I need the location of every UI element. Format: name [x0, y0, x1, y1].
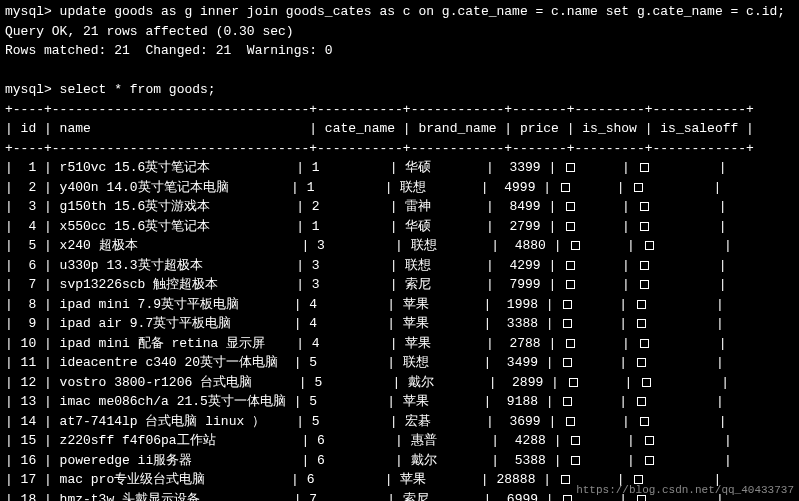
table-row: | 15 | z220sff f4f06pa工作站 | 6 | 惠普 | 428…	[5, 431, 794, 451]
checkbox-icon	[640, 202, 649, 211]
row-text: | 18 | hmz-t3w 头戴显示设备 | 7 | 索尼 | 6999 |	[5, 490, 561, 502]
row-text: | 6 | u330p 13.3英寸超极本 | 3 | 联想 | 4299 |	[5, 256, 564, 276]
table-row: | 14 | at7-7414lp 台式电脑 linux ） | 5 | 宏碁 …	[5, 412, 794, 432]
rows-matched-result: Rows matched: 21 Changed: 21 Warnings: 0	[5, 41, 794, 61]
checkbox-icon	[637, 397, 646, 406]
checkbox-icon	[571, 456, 580, 465]
checkbox-icon	[637, 358, 646, 367]
table-row: | 9 | ipad air 9.7英寸平板电脑 | 4 | 苹果 | 3388…	[5, 314, 794, 334]
table-row: | 1 | r510vc 15.6英寸笔记本 | 1 | 华硕 | 3399 |…	[5, 158, 794, 178]
checkbox-icon	[566, 202, 575, 211]
row-text: | 12 | vostro 3800-r1206 台式电脑 | 5 | 戴尔 |…	[5, 373, 567, 393]
watermark-url: https://blog.csdn.net/qq_40433737	[576, 482, 794, 499]
checkbox-icon	[563, 358, 572, 367]
table-header-row: | id | name | cate_name | brand_name | p…	[5, 119, 794, 139]
checkbox-icon	[634, 183, 643, 192]
checkbox-icon	[645, 241, 654, 250]
row-text: | 14 | at7-7414lp 台式电脑 linux ） | 5 | 宏碁 …	[5, 412, 564, 432]
checkbox-icon	[561, 475, 570, 484]
checkbox-icon	[566, 261, 575, 270]
checkbox-icon	[566, 280, 575, 289]
checkbox-icon	[640, 163, 649, 172]
checkbox-icon	[637, 300, 646, 309]
checkbox-icon	[566, 417, 575, 426]
checkbox-icon	[561, 183, 570, 192]
table-row: | 6 | u330p 13.3英寸超极本 | 3 | 联想 | 4299 | …	[5, 256, 794, 276]
table-row: | 7 | svp13226scb 触控超极本 | 3 | 索尼 | 7999 …	[5, 275, 794, 295]
row-text: | 1 | r510vc 15.6英寸笔记本 | 1 | 华硕 | 3399 |	[5, 158, 564, 178]
row-text: | 7 | svp13226scb 触控超极本 | 3 | 索尼 | 7999 …	[5, 275, 564, 295]
checkbox-icon	[563, 300, 572, 309]
checkbox-icon	[642, 378, 651, 387]
table-row: | 4 | x550cc 15.6英寸笔记本 | 1 | 华硕 | 2799 |…	[5, 217, 794, 237]
table-row: | 13 | imac me086ch/a 21.5英寸一体电脑 | 5 | 苹…	[5, 392, 794, 412]
table-top-border: +----+---------------------------------+…	[5, 100, 794, 120]
row-text: | 2 | y400n 14.0英寸笔记本电脑 | 1 | 联想 | 4999 …	[5, 178, 559, 198]
sql-select-command: mysql> select * from goods;	[5, 80, 794, 100]
checkbox-icon	[645, 436, 654, 445]
query-ok-result: Query OK, 21 rows affected (0.30 sec)	[5, 22, 794, 42]
checkbox-icon	[566, 222, 575, 231]
checkbox-icon	[640, 261, 649, 270]
table-row: | 2 | y400n 14.0英寸笔记本电脑 | 1 | 联想 | 4999 …	[5, 178, 794, 198]
checkbox-icon	[566, 163, 575, 172]
row-text: | 5 | x240 超极本 | 3 | 联想 | 4880 |	[5, 236, 569, 256]
table-row: | 5 | x240 超极本 | 3 | 联想 | 4880 | | |	[5, 236, 794, 256]
blank-line	[5, 61, 794, 81]
checkbox-icon	[569, 378, 578, 387]
row-text: | 4 | x550cc 15.6英寸笔记本 | 1 | 华硕 | 2799 |	[5, 217, 564, 237]
checkbox-icon	[640, 280, 649, 289]
table-row: | 8 | ipad mini 7.9英寸平板电脑 | 4 | 苹果 | 199…	[5, 295, 794, 315]
checkbox-icon	[645, 456, 654, 465]
table-row: | 12 | vostro 3800-r1206 台式电脑 | 5 | 戴尔 |…	[5, 373, 794, 393]
row-text: | 13 | imac me086ch/a 21.5英寸一体电脑 | 5 | 苹…	[5, 392, 561, 412]
row-text: | 17 | mac pro专业级台式电脑 | 6 | 苹果 | 28888 |	[5, 470, 559, 490]
table-row: | 16 | poweredge ii服务器 | 6 | 戴尔 | 5388 |…	[5, 451, 794, 471]
checkbox-icon	[566, 339, 575, 348]
row-text: | 10 | ipad mini 配备 retina 显示屏 | 4 | 苹果 …	[5, 334, 564, 354]
table-row: | 11 | ideacentre c340 20英寸一体电脑 | 5 | 联想…	[5, 353, 794, 373]
table-row: | 3 | g150th 15.6英寸游戏本 | 2 | 雷神 | 8499 |…	[5, 197, 794, 217]
checkbox-icon	[640, 222, 649, 231]
row-text: | 15 | z220sff f4f06pa工作站 | 6 | 惠普 | 428…	[5, 431, 569, 451]
table-header-border: +----+---------------------------------+…	[5, 139, 794, 159]
checkbox-icon	[563, 495, 572, 501]
row-text: | 16 | poweredge ii服务器 | 6 | 戴尔 | 5388 |	[5, 451, 569, 471]
sql-update-command: mysql> update goods as g inner join good…	[5, 2, 794, 22]
checkbox-icon	[640, 339, 649, 348]
row-text: | 11 | ideacentre c340 20英寸一体电脑 | 5 | 联想…	[5, 353, 561, 373]
checkbox-icon	[571, 241, 580, 250]
row-text: | 8 | ipad mini 7.9英寸平板电脑 | 4 | 苹果 | 199…	[5, 295, 561, 315]
checkbox-icon	[637, 319, 646, 328]
table-row: | 10 | ipad mini 配备 retina 显示屏 | 4 | 苹果 …	[5, 334, 794, 354]
checkbox-icon	[563, 397, 572, 406]
checkbox-icon	[640, 417, 649, 426]
row-text: | 3 | g150th 15.6英寸游戏本 | 2 | 雷神 | 8499 |	[5, 197, 564, 217]
checkbox-icon	[563, 319, 572, 328]
checkbox-icon	[571, 436, 580, 445]
row-text: | 9 | ipad air 9.7英寸平板电脑 | 4 | 苹果 | 3388…	[5, 314, 561, 334]
